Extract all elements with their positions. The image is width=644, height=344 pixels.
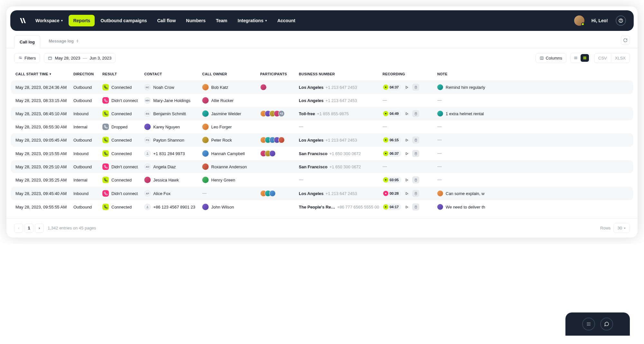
col-header[interactable]: CALL OWNER — [202, 72, 260, 76]
cell-contact: Karey Nguyen — [144, 124, 202, 130]
calendar-icon — [48, 56, 52, 60]
table-row[interactable]: May 28, 2023, 08:24:36 AM Outbound Conne… — [11, 80, 633, 94]
nav-reports[interactable]: Reports — [69, 15, 95, 26]
nav-numbers[interactable]: Numbers — [182, 15, 210, 26]
table-row[interactable]: May 28, 2023, 08:55:30 AM Internal Dropp… — [11, 120, 633, 133]
col-header[interactable]: BUSINESS NUMBER — [299, 72, 383, 76]
cell-owner: Roxanne Anderson — [202, 163, 260, 170]
user-avatar[interactable] — [574, 15, 584, 26]
export-xlsx-button[interactable]: XLSX — [611, 53, 630, 63]
col-header[interactable]: RECORDING — [383, 72, 437, 76]
nav-team[interactable]: Team — [212, 15, 232, 26]
transcript-button[interactable] — [412, 110, 419, 117]
rows-select[interactable]: 30 ▾ — [613, 223, 630, 233]
play-button[interactable] — [403, 190, 410, 197]
cell-business-number: Los Angeles+1 213 647 2453 — [299, 85, 383, 90]
nav-account[interactable]: Account — [273, 15, 300, 26]
phone-icon — [102, 204, 109, 210]
transcript-button[interactable] — [412, 176, 419, 183]
refresh-button[interactable] — [621, 36, 630, 45]
filters-button[interactable]: Filters — [14, 53, 40, 63]
col-header[interactable]: RESULT — [102, 72, 144, 76]
cell-business-number: San Francisco+1 650 300 0672 — [299, 164, 383, 169]
table-row[interactable]: May 28, 2023, 08:45:10 AM Inbound Connec… — [11, 107, 633, 120]
table-row[interactable]: May 28, 2023, 09:35:25 AM Internal Conne… — [11, 173, 633, 187]
chevron-down-icon: ▾ — [265, 19, 267, 22]
transcript-button[interactable] — [412, 190, 419, 197]
avatar — [202, 177, 209, 183]
table-row[interactable]: May 28, 2023, 09:25:10 AM Outbound Didn'… — [11, 160, 633, 173]
cell-result: Connected — [102, 177, 144, 183]
contact-badge: MH — [144, 97, 151, 104]
contact-badge: AD — [144, 163, 151, 170]
chevron-down-icon: ▾ — [61, 19, 63, 22]
avatar — [202, 204, 209, 210]
svg-point-51 — [147, 206, 148, 207]
play-button[interactable] — [403, 150, 410, 157]
view-compact-button[interactable] — [581, 54, 589, 62]
prev-page-button[interactable]: ‹ — [14, 224, 23, 233]
col-header[interactable]: NOTE — [437, 72, 489, 76]
nav-outbound-campaigns[interactable]: Outbound campaigns — [96, 15, 151, 26]
table-row[interactable]: May 28, 2023, 09:05:45 AM Outbound Conne… — [11, 133, 633, 147]
next-page-button[interactable]: › — [35, 224, 44, 233]
cell-recording — [383, 166, 437, 167]
play-button[interactable] — [403, 203, 410, 210]
cell-participants — [260, 150, 299, 157]
help-button[interactable] — [616, 15, 626, 26]
pager: ‹ 1 › — [14, 224, 44, 233]
table-row[interactable]: May 28, 2023, 08:33:15 AM Outbound Didn'… — [11, 94, 633, 107]
transcript-button[interactable] — [412, 136, 419, 144]
page-number[interactable]: 1 — [24, 224, 33, 233]
table-row[interactable]: May 28, 2023, 09:45:40 AM Inbound Didn't… — [11, 187, 633, 200]
play-button[interactable] — [403, 84, 410, 91]
svg-point-46 — [385, 193, 386, 194]
phone-icon — [102, 150, 109, 157]
contact-badge: BS — [144, 110, 151, 117]
cell-recording — [383, 126, 437, 127]
play-button[interactable] — [403, 176, 410, 183]
contact-badge: PS — [144, 137, 151, 143]
contact-badge — [144, 150, 151, 157]
cell-contact: PS Payton Shannon — [144, 137, 202, 143]
tab-call-log[interactable]: Call log — [14, 35, 40, 48]
cell-note: 1 extra helmet rental — [437, 111, 489, 116]
date-range-picker[interactable]: May 28, 2023 — Jun 3, 2023 — [44, 53, 116, 63]
cell-time: May 28, 2023, 09:45:40 AM — [15, 191, 73, 196]
col-header[interactable]: DIRECTION — [73, 72, 102, 76]
table: CALL START TIME▾DIRECTIONRESULTCONTACTCA… — [11, 68, 633, 214]
transcript-button[interactable] — [412, 84, 419, 91]
transcript-button[interactable] — [412, 150, 419, 157]
col-header[interactable]: CALL START TIME▾ — [15, 72, 73, 76]
cell-contact: AF Alice Fox — [144, 190, 202, 197]
svg-marker-47 — [406, 192, 408, 194]
cell-owner: Peter Rock — [202, 137, 260, 143]
avatar — [260, 84, 267, 90]
export-csv-button[interactable]: CSV — [594, 53, 611, 63]
svg-point-20 — [385, 87, 386, 88]
avatar — [202, 97, 209, 104]
columns-button[interactable]: Columns — [535, 53, 566, 63]
cell-time: May 28, 2023, 08:24:36 AM — [15, 85, 73, 90]
nav-workspace[interactable]: Workspace ▾ — [31, 15, 67, 26]
cell-direction: Inbound — [73, 111, 102, 116]
subtabs: Call log Message log — [6, 35, 638, 48]
avatar — [202, 124, 209, 130]
col-header[interactable]: CONTACT — [144, 72, 202, 76]
view-list-button[interactable] — [572, 54, 580, 62]
entries-text: 1,342 entries on 45 pages — [48, 226, 96, 230]
nav-integrations[interactable]: Integrations ▾ — [233, 15, 271, 26]
nav-call-flow[interactable]: Call flow — [153, 15, 180, 26]
play-button[interactable] — [403, 110, 410, 117]
transcript-button[interactable] — [412, 203, 419, 210]
export-group: CSV XLSX — [594, 53, 630, 63]
table-row[interactable]: May 28, 2023, 09:55:55 AM Outbound Conne… — [11, 200, 633, 214]
tab-message-log[interactable]: Message log — [43, 35, 84, 48]
table-row[interactable]: May 28, 2023, 09:15:55 AM Inbound Connec… — [11, 147, 633, 160]
col-header[interactable]: PARTICIPANTS — [260, 72, 299, 76]
cell-direction: Outbound — [73, 85, 102, 90]
play-button[interactable] — [403, 136, 410, 144]
cell-direction: Internal — [73, 125, 102, 129]
avatar — [202, 110, 209, 117]
cell-contact: +86 123 4567 8901 23 — [144, 204, 202, 210]
